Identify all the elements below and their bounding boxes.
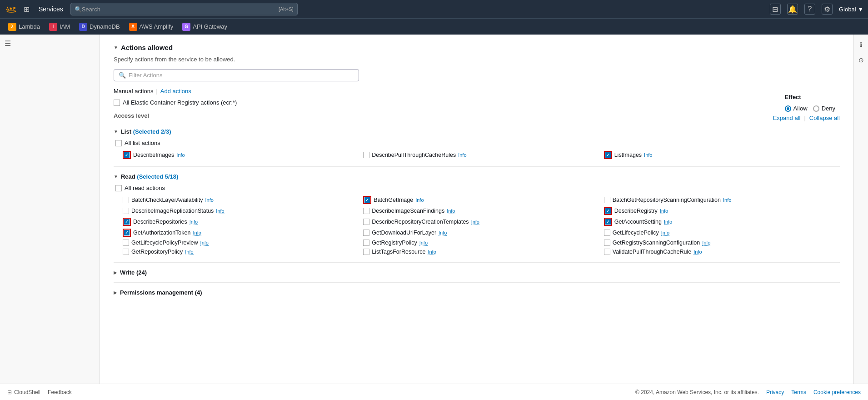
aws-logo[interactable] bbox=[5, 2, 18, 16]
GetLifecyclePolicyPreview-label: GetLifecyclePolicyPreview bbox=[131, 240, 198, 246]
service-chip-amplify[interactable]: A AWS Amplify bbox=[125, 21, 177, 32]
GetRepositoryPolicy-info[interactable]: Info bbox=[185, 249, 193, 255]
permissions-title: Permissions management (4) bbox=[120, 289, 202, 296]
service-chip-apigateway[interactable]: G API Gateway bbox=[179, 21, 231, 32]
effect-deny[interactable]: Deny bbox=[813, 105, 835, 112]
services-bar: λ Lambda I IAM D DynamoDB A AWS Amplify … bbox=[0, 18, 868, 35]
BatchGetImage-info[interactable]: Info bbox=[415, 197, 424, 203]
bell-icon[interactable]: 🔔 bbox=[787, 4, 798, 15]
grid-icon[interactable]: ⊞ bbox=[22, 3, 31, 15]
action-GetRepositoryPolicy: GetRepositoryPolicy Info bbox=[123, 249, 359, 255]
GetDownloadUrlForLayer-checkbox[interactable] bbox=[363, 230, 369, 236]
GetLifecyclePolicy-checkbox[interactable] bbox=[604, 230, 610, 236]
ListImages-info[interactable]: Info bbox=[644, 152, 652, 158]
help-icon[interactable]: ? bbox=[804, 4, 815, 15]
privacy-link[interactable]: Privacy bbox=[766, 389, 784, 395]
settings-icon[interactable]: ⚙ bbox=[822, 4, 833, 15]
ListTagsForResource-label: ListTagsForResource bbox=[372, 249, 425, 255]
GetLifecyclePolicy-info[interactable]: Info bbox=[661, 230, 669, 236]
ListImages-checkbox[interactable]: ✓ bbox=[604, 151, 612, 159]
GetLifecyclePolicyPreview-info[interactable]: Info bbox=[200, 240, 209, 246]
all-list-checkbox[interactable] bbox=[115, 140, 122, 146]
DescribeRepositoryCreationTemplates-checkbox[interactable] bbox=[363, 219, 369, 225]
GetAuthorizationToken-checkbox[interactable]: ✓ bbox=[123, 229, 131, 237]
terms-link[interactable]: Terms bbox=[791, 389, 806, 395]
allow-radio-inner bbox=[787, 107, 789, 110]
BatchGetRepositoryScanningConfiguration-info[interactable]: Info bbox=[723, 197, 731, 203]
GetLifecyclePolicyPreview-checkbox[interactable] bbox=[123, 240, 129, 246]
permissions-section[interactable]: ▶ Permissions management (4) bbox=[114, 289, 840, 296]
terminal-icon[interactable]: ⊟ bbox=[770, 4, 781, 15]
read-toggle[interactable]: ▼ bbox=[114, 174, 118, 179]
all-ecr-checkbox[interactable] bbox=[114, 100, 120, 106]
global-button[interactable]: Global ▼ bbox=[839, 6, 863, 13]
history-panel-icon[interactable]: ⊙ bbox=[856, 55, 867, 65]
ValidatePullThroughCacheRule-checkbox[interactable] bbox=[604, 249, 610, 255]
GetAccountSetting-info[interactable]: Info bbox=[664, 219, 672, 225]
DescribeRepositories-checkbox[interactable]: ✓ bbox=[123, 218, 131, 226]
service-chip-dynamodb[interactable]: D DynamoDB bbox=[75, 21, 123, 32]
search-bar[interactable]: 🔍 [Alt+S] bbox=[70, 3, 298, 15]
DescribeRepositoryCreationTemplates-info[interactable]: Info bbox=[471, 219, 479, 225]
BatchGetRepositoryScanningConfiguration-checkbox[interactable] bbox=[604, 197, 610, 203]
GetRegistryPolicy-checkbox[interactable] bbox=[363, 240, 369, 246]
cookie-preferences-link[interactable]: Cookie preferences bbox=[813, 389, 861, 395]
service-chip-lambda[interactable]: λ Lambda bbox=[5, 21, 44, 32]
services-button[interactable]: Services bbox=[35, 4, 67, 15]
DescribeImages-info[interactable]: Info bbox=[176, 152, 185, 158]
apigateway-label: API Gateway bbox=[193, 23, 227, 30]
read-actions-grid: BatchCheckLayerAvailability Info ✓ Batch… bbox=[123, 196, 840, 255]
dynamodb-label: DynamoDB bbox=[90, 23, 120, 30]
permissions-toggle[interactable]: ▶ bbox=[114, 290, 117, 295]
ValidatePullThroughCacheRule-info[interactable]: Info bbox=[693, 249, 702, 255]
GetRegistryScanningConfiguration-info[interactable]: Info bbox=[702, 240, 710, 246]
actions-allowed-toggle[interactable]: ▼ bbox=[114, 45, 118, 50]
BatchCheckLayerAvailability-info[interactable]: Info bbox=[205, 197, 214, 203]
BatchCheckLayerAvailability-checkbox[interactable] bbox=[123, 197, 129, 203]
DescribePullThroughCacheRules-checkbox[interactable] bbox=[363, 152, 369, 158]
GetRegistryPolicy-info[interactable]: Info bbox=[419, 240, 428, 246]
DescribeRegistry-info[interactable]: Info bbox=[660, 208, 668, 214]
deny-radio[interactable] bbox=[813, 105, 819, 112]
GetDownloadUrlForLayer-info[interactable]: Info bbox=[439, 230, 447, 236]
service-chip-iam[interactable]: I IAM bbox=[45, 21, 74, 32]
all-list-actions-row: All list actions bbox=[115, 140, 840, 146]
effect-allow[interactable]: Allow bbox=[785, 105, 808, 112]
DescribeImageScanFindings-label: DescribeImageScanFindings bbox=[372, 208, 444, 214]
DescribeImageReplicationStatus-checkbox[interactable] bbox=[123, 208, 129, 214]
expand-collapse-controls: Expand all | Collapse all bbox=[773, 115, 840, 121]
DescribePullThroughCacheRules-info[interactable]: Info bbox=[458, 152, 466, 158]
expand-all-link[interactable]: Expand all bbox=[773, 115, 801, 121]
add-actions-link[interactable]: Add actions bbox=[160, 88, 191, 95]
GetAccountSetting-checkbox[interactable]: ✓ bbox=[604, 218, 612, 226]
filter-actions-input[interactable] bbox=[129, 72, 354, 79]
list-toggle[interactable]: ▼ bbox=[114, 129, 118, 134]
action-DescribePullThroughCacheRules: DescribePullThroughCacheRules Info bbox=[363, 151, 599, 159]
GetRegistryScanningConfiguration-checkbox[interactable] bbox=[604, 240, 610, 246]
DescribeImageScanFindings-checkbox[interactable] bbox=[363, 208, 369, 214]
DescribeImages-checkbox[interactable]: ✓ bbox=[123, 151, 131, 159]
feedback-button[interactable]: Feedback bbox=[48, 389, 72, 395]
DescribeRepositories-info[interactable]: Info bbox=[190, 219, 198, 225]
filter-actions-wrap[interactable]: 🔍 bbox=[114, 69, 359, 81]
GetRepositoryPolicy-checkbox[interactable] bbox=[123, 249, 129, 255]
search-input[interactable] bbox=[82, 6, 277, 13]
GetAuthorizationToken-info[interactable]: Info bbox=[193, 230, 201, 236]
BatchGetImage-checkbox[interactable]: ✓ bbox=[363, 196, 371, 204]
DescribeImageReplicationStatus-info[interactable]: Info bbox=[216, 208, 224, 214]
GetLifecyclePolicy-label: GetLifecyclePolicy bbox=[613, 230, 659, 236]
info-panel-icon[interactable]: ℹ bbox=[856, 39, 867, 50]
collapse-all-link[interactable]: Collapse all bbox=[809, 115, 840, 121]
DescribeRegistry-checkbox[interactable]: ✓ bbox=[604, 207, 612, 215]
allow-radio[interactable] bbox=[785, 105, 791, 112]
action-ListTagsForResource: ListTagsForResource Info bbox=[363, 249, 599, 255]
ListTagsForResource-checkbox[interactable] bbox=[363, 249, 369, 255]
DescribeImageScanFindings-info[interactable]: Info bbox=[447, 208, 455, 214]
write-section[interactable]: ▶ Write (24) bbox=[114, 269, 840, 276]
list-title: List (Selected 2/3) bbox=[121, 128, 171, 135]
write-toggle[interactable]: ▶ bbox=[114, 270, 117, 275]
all-read-checkbox[interactable] bbox=[115, 185, 122, 191]
sidebar-toggle[interactable]: ☰ bbox=[0, 35, 100, 52]
cloudshell-button[interactable]: ⊟ CloudShell bbox=[7, 389, 40, 395]
ListTagsForResource-info[interactable]: Info bbox=[428, 249, 436, 255]
